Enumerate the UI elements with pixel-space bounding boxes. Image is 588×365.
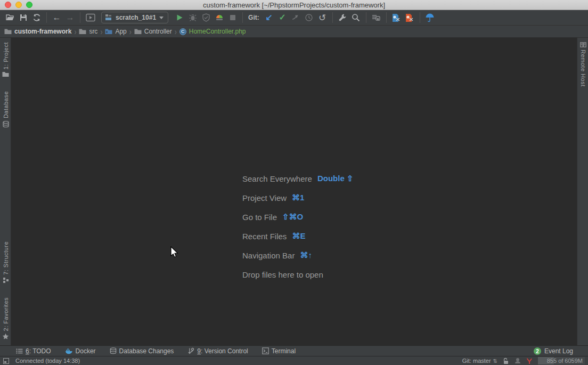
error-notification-icon[interactable] bbox=[526, 358, 533, 364]
bottom-tool-window-bar: 6: TODO Docker Database Changes 9: Versi… bbox=[0, 345, 588, 356]
editor-empty-state: Search Everywhere Double ⇧ Project View … bbox=[12, 38, 576, 345]
run-button[interactable] bbox=[173, 11, 186, 24]
favorites-icon bbox=[2, 333, 9, 340]
tool-window-remote-host[interactable]: Remote Host bbox=[580, 42, 586, 87]
remote-servers-icon bbox=[371, 13, 381, 22]
navigation-bar: custom-framework › src › App › Controlle… bbox=[0, 26, 588, 38]
title-bar: custom-framework [~/PhpstormProjects/cus… bbox=[0, 0, 588, 10]
toolbar-separator bbox=[386, 12, 387, 23]
cherry-pick-button[interactable] bbox=[289, 11, 303, 24]
tool-window-version-control[interactable]: 9: Version Control bbox=[187, 347, 248, 355]
event-log-badge: 2 bbox=[534, 347, 541, 355]
run-icon bbox=[176, 14, 183, 21]
settings-button[interactable] bbox=[336, 11, 349, 24]
docker-icon bbox=[65, 347, 73, 354]
breadcrumb-file[interactable]: C HomeController.php bbox=[179, 28, 246, 35]
breadcrumb-project[interactable]: custom-framework bbox=[4, 28, 71, 35]
zoom-window-button[interactable] bbox=[26, 2, 32, 8]
update-project-button[interactable]: ↙ bbox=[263, 11, 276, 24]
tool-window-structure[interactable]: 7: Structure bbox=[3, 241, 9, 283]
tool-window-todo[interactable]: 6: TODO bbox=[16, 347, 51, 355]
breadcrumb-separator: › bbox=[175, 26, 177, 37]
remote-servers-button[interactable] bbox=[370, 11, 383, 24]
breadcrumb-app[interactable]: App bbox=[105, 28, 126, 35]
todo-list-icon bbox=[16, 348, 23, 354]
toolbar-separator bbox=[420, 12, 420, 23]
synchronize-button[interactable] bbox=[30, 11, 43, 24]
forward-button[interactable]: → bbox=[63, 11, 77, 24]
scratch-file-icon bbox=[105, 14, 112, 21]
tool-window-docker[interactable]: Docker bbox=[65, 347, 96, 355]
toolbar-separator bbox=[332, 12, 333, 23]
history-button[interactable] bbox=[303, 11, 316, 24]
remote-host-icon bbox=[580, 42, 586, 47]
open-button[interactable] bbox=[3, 11, 17, 24]
history-icon bbox=[305, 13, 313, 22]
tool-window-favorites[interactable]: 2: Favorites bbox=[2, 297, 9, 340]
toolbar-separator bbox=[46, 12, 47, 23]
stop-button[interactable] bbox=[226, 11, 239, 24]
debug-button[interactable] bbox=[186, 11, 199, 24]
class-icon: C bbox=[179, 28, 186, 35]
profiler-icon bbox=[215, 13, 224, 22]
tool-window-project[interactable]: 1: Project bbox=[2, 42, 9, 77]
upload-to-server-button[interactable] bbox=[403, 11, 416, 24]
stop-icon bbox=[230, 14, 236, 21]
keyboard-shortcut-hints: Search Everywhere Double ⇧ Project View … bbox=[242, 169, 353, 284]
breadcrumb-separator: › bbox=[129, 26, 132, 37]
rollback-button[interactable]: ↺ bbox=[316, 11, 329, 24]
breadcrumb-controller[interactable]: Controller bbox=[134, 28, 172, 35]
connection-status[interactable]: Connected (today 14:38) bbox=[15, 358, 80, 364]
toolbar-separator bbox=[242, 12, 243, 23]
commit-button[interactable]: ✓ bbox=[276, 11, 289, 24]
wrench-icon bbox=[338, 13, 347, 22]
main-toolbar: ← → scratch_10#1 bbox=[0, 10, 588, 26]
window-controls bbox=[5, 2, 32, 8]
window-title: custom-framework [~/PhpstormProjects/cus… bbox=[0, 1, 588, 9]
git-update-icon: ↙ bbox=[266, 13, 273, 22]
open-icon bbox=[6, 13, 14, 22]
terminal-icon bbox=[262, 347, 269, 354]
unlocked-icon[interactable] bbox=[503, 358, 509, 364]
breadcrumb-src[interactable]: src bbox=[79, 28, 97, 35]
minimize-window-button[interactable] bbox=[15, 2, 22, 8]
sync-icon bbox=[32, 13, 41, 22]
memory-indicator[interactable]: 855 of 6059M bbox=[538, 357, 585, 364]
database-icon bbox=[3, 121, 9, 127]
tool-window-event-log[interactable]: 2 Event Log bbox=[534, 346, 573, 356]
forward-icon: → bbox=[66, 13, 75, 22]
download-file-icon bbox=[391, 13, 401, 22]
run-window-button[interactable] bbox=[84, 11, 97, 24]
version-control-icon bbox=[187, 347, 194, 354]
back-button[interactable]: ← bbox=[50, 11, 63, 24]
breadcrumb-separator: › bbox=[74, 26, 76, 37]
umbrella-icon bbox=[425, 13, 435, 22]
structure-icon bbox=[3, 277, 9, 283]
inspector-icon[interactable] bbox=[514, 358, 521, 364]
toolwindow-toggle-icon[interactable] bbox=[3, 358, 9, 364]
git-branch-widget[interactable]: Git: master ⇅ bbox=[462, 358, 497, 364]
run-configuration-name: scratch_10#1 bbox=[116, 14, 156, 21]
profiler-button[interactable] bbox=[213, 11, 226, 24]
search-everywhere-button[interactable] bbox=[349, 11, 363, 24]
git-commit-icon: ✓ bbox=[279, 13, 286, 22]
tool-window-database[interactable]: Database bbox=[3, 91, 9, 127]
git-toolbar-label: Git: bbox=[248, 14, 259, 21]
run-with-coverage-button[interactable] bbox=[199, 11, 213, 24]
coverage-icon bbox=[202, 13, 210, 22]
save-icon bbox=[19, 13, 28, 22]
db-changes-icon bbox=[110, 347, 117, 354]
coverage-umbrella-button[interactable] bbox=[423, 11, 437, 24]
rollback-icon: ↺ bbox=[318, 13, 326, 22]
run-configuration-select[interactable]: scratch_10#1 bbox=[101, 12, 168, 23]
app-folder-icon bbox=[105, 28, 112, 35]
left-tool-stripe: 1: Project Database 7: Structure bbox=[0, 38, 11, 345]
tool-window-terminal[interactable]: Terminal bbox=[262, 347, 296, 355]
status-bar: Connected (today 14:38) Git: master ⇅ 85… bbox=[0, 356, 588, 365]
cherry-pick-icon bbox=[291, 13, 300, 22]
close-window-button[interactable] bbox=[5, 2, 11, 8]
download-from-server-button[interactable] bbox=[390, 11, 403, 24]
hint-line: Recent Files ⌘E bbox=[242, 226, 353, 246]
tool-window-database-changes[interactable]: Database Changes bbox=[110, 347, 174, 355]
save-button[interactable] bbox=[17, 11, 30, 24]
